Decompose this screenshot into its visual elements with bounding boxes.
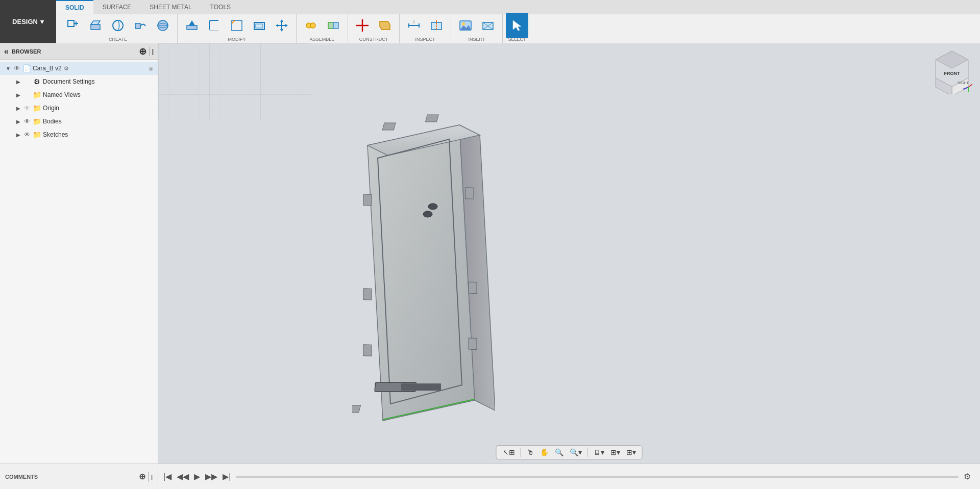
bodies-visibility-icon[interactable]: 👁	[22, 118, 32, 125]
viewport-toolbar: ↖⊞ 🖱 ✋ 🔍 🔍▾ 🖥▾ ⊞▾ ⊞▾	[496, 445, 643, 459]
named-views-arrow[interactable]: ▶	[14, 92, 22, 98]
timeline-settings-button[interactable]: ⚙	[964, 472, 971, 481]
insert-group-label: INSERT	[469, 37, 485, 42]
root-expand-arrow[interactable]: ▼	[4, 66, 12, 71]
move-button[interactable]	[271, 13, 293, 38]
tab-sheet-metal[interactable]: SHEET METAL	[140, 0, 201, 14]
tree-named-views[interactable]: ▶ 📁 Named Views	[0, 88, 158, 101]
sweep-button[interactable]	[129, 13, 152, 38]
svg-rect-15	[256, 24, 263, 28]
root-broadcast-icon[interactable]: ◉	[149, 65, 154, 72]
display-mode-button[interactable]: 🖥▾	[592, 447, 606, 457]
origin-visibility-icon[interactable]: 👁	[22, 105, 32, 112]
comments-label: COMMENTS	[5, 474, 38, 480]
zoom-dropdown-button[interactable]: 🔍▾	[568, 447, 584, 457]
orbit-button[interactable]: ✋	[538, 447, 551, 457]
origin-arrow[interactable]: ▶	[14, 106, 22, 111]
bodies-folder-icon: 📁	[32, 117, 42, 125]
tree-sketches[interactable]: ▶ 👁 📁 Sketches	[0, 128, 158, 141]
inspect-group-label: INSPECT	[415, 37, 435, 42]
tab-surface[interactable]: SURFACE	[93, 0, 141, 14]
select-group: SELECT	[503, 14, 531, 43]
bodies-arrow[interactable]: ▶	[14, 119, 22, 124]
tree-bodies[interactable]: ▶ 👁 📁 Bodies	[0, 115, 158, 128]
sketches-arrow[interactable]: ▶	[14, 132, 22, 138]
browser-header: « BROWSER ⊕ |	[0, 43, 158, 60]
tab-bar: SOLID SURFACE SHEET METAL TOOLS	[56, 0, 980, 14]
press-pull-button[interactable]	[181, 13, 203, 38]
zoom-button[interactable]: 🔍	[553, 447, 566, 457]
timeline-next-button[interactable]: ▶▶	[205, 472, 217, 481]
offset-plane-button[interactable]	[351, 13, 374, 38]
midplane-button[interactable]	[374, 13, 396, 38]
grid-background	[158, 43, 311, 120]
as-built-button[interactable]	[322, 13, 345, 38]
origin-folder-icon: 📁	[32, 104, 42, 112]
tree-root-item[interactable]: ▼ 👁 📄 Cara_B v2 ⚙ ◉	[0, 62, 158, 75]
select-button[interactable]	[506, 13, 528, 38]
svg-rect-58	[469, 338, 477, 350]
comments-divider	[148, 472, 149, 482]
named-views-folder-icon: 📁	[32, 91, 42, 99]
timeline-scrubber[interactable]	[236, 476, 959, 478]
measure-button[interactable]	[403, 13, 425, 38]
joint-button[interactable]	[300, 13, 322, 38]
browser-pin-icon[interactable]: |	[152, 48, 154, 55]
grid-toggle-button[interactable]: ⊞▾	[608, 447, 622, 457]
main-toolbar: DESIGN ▾ SOLID SURFACE SHEET METAL TOOLS	[0, 0, 980, 43]
section-analysis-button[interactable]	[425, 13, 448, 38]
revolve-button[interactable]	[107, 13, 129, 38]
tree-origin[interactable]: ▶ 👁 📁 Origin	[0, 101, 158, 115]
root-label: Cara_B v2	[33, 65, 62, 72]
shell-button[interactable]	[248, 13, 271, 38]
svg-rect-44	[158, 43, 311, 120]
insert-mesh-button[interactable]	[477, 13, 499, 38]
svg-rect-62	[352, 405, 361, 413]
svg-marker-21	[285, 24, 288, 27]
browser-title: BROWSER	[12, 48, 41, 55]
insert-group: INSERT	[451, 14, 503, 43]
tab-tools[interactable]: TOOLS	[201, 0, 240, 14]
new-body-button[interactable]	[62, 13, 84, 38]
chamfer-button[interactable]	[226, 13, 248, 38]
viewport[interactable]: FRONT RIGHT ↖⊞ 🖱 ✋ 🔍 🔍▾ 🖥▾ ⊞▾ ⊞▾	[158, 43, 980, 464]
svg-rect-6	[135, 23, 140, 29]
timeline-play-button[interactable]: ▶	[194, 472, 200, 481]
sphere-button[interactable]	[152, 13, 174, 38]
create-group: CREATE	[59, 14, 178, 43]
svg-rect-54	[363, 289, 372, 300]
browser-collapse-icon[interactable]: «	[4, 47, 9, 56]
root-folder-icon: 📄	[21, 64, 32, 72]
root-visibility-icon[interactable]: 👁	[12, 65, 21, 72]
tree-document-settings[interactable]: ▶ ⚙ Document Settings	[0, 75, 158, 88]
fillet-button[interactable]	[203, 13, 226, 38]
svg-line-13	[232, 20, 235, 23]
browser-divider	[149, 47, 150, 56]
comments-add-button[interactable]: ⊕	[139, 472, 145, 481]
svg-text:RIGHT: RIGHT	[958, 81, 969, 85]
doc-settings-arrow[interactable]: ▶	[14, 79, 22, 85]
svg-point-36	[462, 22, 465, 25]
tab-solid[interactable]: SOLID	[56, 0, 93, 14]
timeline-start-button[interactable]: |◀	[163, 472, 172, 481]
root-settings-icon[interactable]: ⚙	[64, 65, 69, 72]
comments-pin-icon[interactable]: |	[151, 474, 153, 480]
browser-dots[interactable]: ⊕	[139, 46, 146, 57]
svg-marker-18	[280, 19, 283, 22]
timeline-prev-button[interactable]: ◀◀	[177, 472, 189, 481]
svg-marker-69	[952, 78, 968, 94]
timeline-end-button[interactable]: ▶|	[223, 472, 231, 481]
extrude-button[interactable]	[84, 13, 107, 38]
browser-tree: ▼ 👁 📄 Cara_B v2 ⚙ ◉ ▶ ⚙ Document Setting…	[0, 60, 158, 464]
assemble-group: ASSEMBLE	[297, 14, 348, 43]
navigation-cube[interactable]: FRONT RIGHT	[932, 48, 972, 94]
pan-button[interactable]: 🖱	[525, 447, 536, 457]
origin-label: Origin	[43, 105, 59, 112]
sketches-visibility-icon[interactable]: 👁	[22, 131, 32, 138]
visual-style-button[interactable]: ⊞▾	[624, 447, 638, 457]
select-mode-button[interactable]: ↖⊞	[501, 447, 517, 457]
svg-rect-25	[333, 22, 338, 29]
insert-image-button[interactable]	[454, 13, 477, 38]
design-menu-button[interactable]: DESIGN ▾	[0, 0, 56, 43]
svg-rect-55	[363, 345, 372, 356]
